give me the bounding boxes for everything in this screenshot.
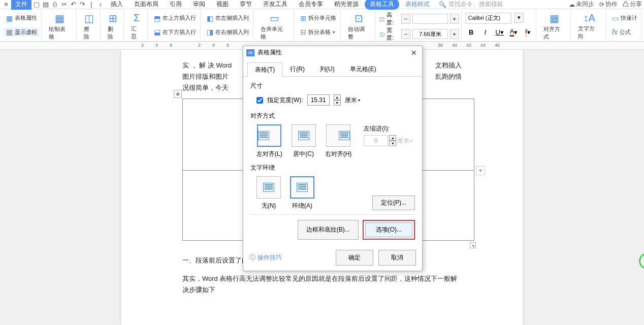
share-button[interactable]: 凸分享 <box>623 0 642 9</box>
qat-icon[interactable]: ▢ <box>33 1 41 9</box>
menu-review[interactable]: 审阅 <box>188 0 210 10</box>
collab-icon: ⟳ <box>599 1 604 8</box>
bold-button[interactable]: B <box>466 26 477 38</box>
file-menu[interactable]: 文件 <box>11 0 31 10</box>
width-spin-up[interactable]: ▲ <box>334 94 341 100</box>
menu-chapter[interactable]: 章节 <box>235 0 257 10</box>
table-add-handle[interactable]: + <box>476 166 485 175</box>
doc-paragraph: 其实，Word 表格行高无法调整比较常见的原因就是在段落前后设置了间距，这种情况… <box>182 273 462 296</box>
options-highlight: 选项(O)... <box>363 220 415 240</box>
tab-cell[interactable]: 单元格(E) <box>342 62 384 76</box>
width-input[interactable] <box>307 94 330 106</box>
width-input[interactable] <box>412 29 448 39</box>
ins-below-icon: ⬓ <box>154 28 160 36</box>
tips-link[interactable]: ⓘ 操作技巧 <box>249 253 282 262</box>
align-section-label: 对齐方式 <box>250 112 415 120</box>
menu-view[interactable]: 视图 <box>211 0 234 10</box>
summary-button[interactable]: Σ汇总 <box>128 11 145 41</box>
dialog-icon: W <box>246 49 254 56</box>
table-props-icon: ▦ <box>6 14 13 22</box>
formula-button[interactable]: fx公式 <box>610 27 639 37</box>
split-table-button[interactable]: ⊟拆分表格▾ <box>298 27 338 37</box>
font-color-button[interactable]: A▾ <box>508 26 520 38</box>
insert-left-button[interactable]: ◧在左侧插入列 <box>205 14 251 23</box>
unsync-button[interactable]: ☁未同步 <box>569 0 594 9</box>
unit-dropdown[interactable]: 厘米▾ <box>345 96 360 105</box>
menu-layout[interactable]: 页面布局 <box>129 0 164 10</box>
menu-table-tools[interactable]: 表格工具 <box>365 0 399 10</box>
share-icon: 凸 <box>623 0 629 9</box>
wrap-none-option[interactable]: 无(N) <box>256 176 281 210</box>
merge-button[interactable]: ▭合并单元格 <box>257 11 292 42</box>
table-move-handle[interactable]: ✥ <box>174 90 182 98</box>
textdir-icon: ↕A <box>583 12 595 24</box>
split-cell-button[interactable]: ⊞拆分单元格 <box>298 14 338 23</box>
fast-button[interactable]: ▭快速计 <box>610 14 639 23</box>
doc-text: 文档插入 <box>435 60 462 71</box>
options-button[interactable]: 选项(O)... <box>365 222 412 237</box>
qat-sep: | <box>87 1 95 9</box>
highlight-button[interactable]: ℓ▾ <box>523 26 534 38</box>
border-shading-button[interactable]: 边框和底纹(B)... <box>298 220 359 240</box>
tab-row[interactable]: 行(R) <box>282 62 312 76</box>
split-cell-icon: ⊞ <box>300 14 306 22</box>
menu-dev[interactable]: 开发工具 <box>258 0 293 10</box>
wrap-around-option[interactable]: 环绕(A) <box>290 176 314 210</box>
width-inc[interactable]: + <box>450 29 459 39</box>
draw-table-button[interactable]: ▦绘制表格 <box>46 11 74 42</box>
height-label: 高度: <box>387 11 399 26</box>
insert-above-button[interactable]: ⬒在上方插入行 <box>152 14 198 23</box>
qat-icon[interactable]: ▤ <box>42 1 50 9</box>
redo-icon[interactable]: ↷ <box>78 1 86 9</box>
insert-right-button[interactable]: ◨在右侧插入列 <box>205 27 251 37</box>
underline-button[interactable]: U▾ <box>494 26 505 38</box>
tab-table[interactable]: 表格(T) <box>247 62 282 77</box>
menu-member[interactable]: 会员专享 <box>294 0 328 10</box>
table-resize-handle[interactable]: ↘ <box>470 242 476 248</box>
chevron-down-icon: ▾ <box>358 98 360 103</box>
table-props-button[interactable]: ▦表格属性 <box>4 14 39 23</box>
erase-button[interactable]: ◫擦除 <box>81 11 98 42</box>
font-dd[interactable]: ▾ <box>514 13 524 23</box>
indent-input[interactable] <box>364 135 388 146</box>
dim-icon: ◫ <box>379 31 384 38</box>
width-dec[interactable]: − <box>401 29 410 39</box>
align-center-option[interactable]: 居中(C) <box>292 124 316 158</box>
tab-col[interactable]: 列(U) <box>312 62 342 76</box>
undo-icon[interactable]: ↶ <box>69 1 77 9</box>
align-right-option[interactable]: 右对齐(H) <box>325 124 352 158</box>
ok-button[interactable]: 确定 <box>336 250 373 266</box>
menu-table-style[interactable]: 表格样式 <box>400 0 435 10</box>
indent-spin-up[interactable]: ▲ <box>389 135 396 141</box>
menu-ref[interactable]: 引用 <box>165 0 187 10</box>
doc-text: 乱跑的情 <box>435 71 462 82</box>
height-inc[interactable]: + <box>450 14 459 24</box>
indent-label: 左缩进(I): <box>364 124 412 133</box>
chevron-down-icon: ▾ <box>333 30 335 35</box>
align-left-option[interactable]: 左对齐(L) <box>256 124 282 158</box>
qat-icon[interactable]: ⎙ <box>51 1 59 9</box>
italic-button[interactable]: I <box>480 26 491 38</box>
show-dashed-button[interactable]: ▦显示虚框 <box>4 27 39 37</box>
indent-spin-down[interactable]: ▼ <box>389 141 396 146</box>
width-spin-down[interactable]: ▼ <box>334 100 341 106</box>
autofit-icon: ⊡ <box>355 12 363 24</box>
menu-insert[interactable]: 插入 <box>106 0 128 10</box>
side-arc-icon[interactable] <box>639 253 644 269</box>
menu-resource[interactable]: 稻壳资源 <box>329 0 364 10</box>
spec-width-checkbox[interactable] <box>256 97 263 104</box>
search-placeholder: 查找命令、搜索模板 <box>448 0 503 9</box>
close-icon[interactable]: ✕ <box>409 49 419 57</box>
menu-icon[interactable]: ≡ <box>2 1 10 9</box>
height-dec[interactable]: − <box>401 14 410 24</box>
height-input[interactable] <box>412 14 448 24</box>
search-box[interactable]: 🔍 查找命令、搜索模板 <box>436 0 506 9</box>
position-button[interactable]: 定位(P)... <box>372 196 415 210</box>
qat-icon[interactable]: ✂ <box>60 1 68 9</box>
font-select[interactable] <box>466 13 511 24</box>
doc-text: 实 ， 解 决 Word <box>182 60 232 71</box>
cancel-button[interactable]: 取消 <box>378 250 416 266</box>
prev-icon[interactable]: ‹ <box>96 1 105 9</box>
collab-button[interactable]: ⟳协作 <box>599 0 618 9</box>
insert-below-button[interactable]: ⬓在下方插入行 <box>152 27 198 37</box>
